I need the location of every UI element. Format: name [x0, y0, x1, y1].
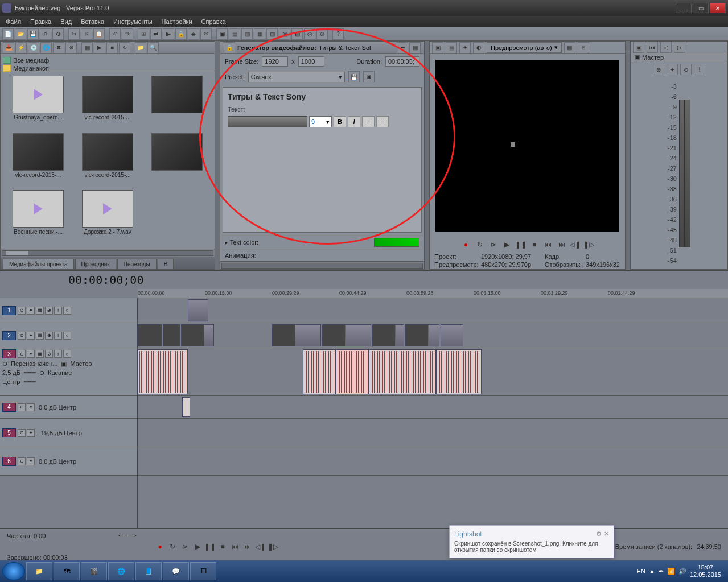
autoedit-icon[interactable]: ▶: [163, 28, 174, 40]
master-mute2-icon[interactable]: !: [694, 64, 705, 75]
track-lane-4[interactable]: [138, 396, 728, 419]
prev-frame-button[interactable]: ◁❚: [255, 542, 265, 552]
lock-icon[interactable]: 🔒: [175, 28, 187, 40]
audio-clip[interactable]: [182, 397, 190, 417]
media-cd-icon[interactable]: 💿: [28, 42, 39, 53]
track-header-3[interactable]: 3 ⊙✦▦⊘!○ ⊕Переназначен...▣Мастер 2,5 дБ━…: [0, 348, 137, 396]
tray-lang[interactable]: EN: [637, 568, 645, 575]
preview-quality-dropdown[interactable]: Предпросмотр (авто)▾: [487, 42, 562, 53]
track-header-2[interactable]: 2 ⊘✦▦⊕!○: [0, 323, 137, 348]
gen-list-icon[interactable]: ☰: [397, 42, 408, 53]
lightshot-close-icon[interactable]: ✕: [604, 530, 609, 540]
pause-button[interactable]: ❚❚: [205, 542, 215, 552]
task-vegas[interactable]: 🎞: [190, 562, 216, 580]
media-capture-icon[interactable]: ⚡: [15, 42, 27, 53]
go-start-button[interactable]: ⏮: [543, 240, 553, 250]
loop-button[interactable]: ↻: [167, 542, 178, 552]
minimize-button[interactable]: _: [676, 3, 692, 13]
redo-icon[interactable]: ↷: [122, 28, 133, 40]
video-clip[interactable]: [272, 324, 321, 346]
next-frame-button[interactable]: ❚▷: [268, 542, 278, 552]
media-props-icon[interactable]: ⚙: [65, 42, 77, 53]
menu-view[interactable]: Вид: [57, 17, 75, 26]
tray-clock[interactable]: 15:07 12.05.2015: [690, 564, 721, 579]
task-chrome[interactable]: 🌐: [108, 562, 134, 580]
tool6-icon[interactable]: ▨: [279, 28, 290, 40]
preview-split-icon[interactable]: ▤: [446, 42, 457, 53]
media-import-icon[interactable]: 📥: [3, 42, 14, 53]
preview-overlay-icon[interactable]: ▦: [564, 42, 575, 53]
cut-icon[interactable]: ✂: [68, 28, 80, 40]
play-button[interactable]: ▶: [192, 542, 203, 552]
track-fx-icon[interactable]: ✦: [27, 350, 35, 358]
tab-more[interactable]: В: [158, 259, 174, 269]
task-explorer[interactable]: 📁: [26, 562, 52, 580]
track-header-6[interactable]: 6 ⊙✦ 0,0 дБ Центр: [0, 447, 137, 476]
tab-explorer[interactable]: Проводник: [75, 259, 116, 269]
media-web-icon[interactable]: 🌐: [40, 42, 52, 53]
record-button[interactable]: ●: [461, 240, 471, 250]
track-rec-icon[interactable]: ⊙: [18, 403, 26, 411]
media-scrollbar[interactable]: [1, 249, 215, 257]
envelope-icon[interactable]: ✉: [200, 28, 212, 40]
play-start-button[interactable]: ⊳: [180, 542, 190, 552]
video-clip[interactable]: [372, 324, 404, 346]
start-button[interactable]: [2, 562, 25, 580]
preset-dropdown[interactable]: Скачок▾: [248, 72, 345, 82]
video-clip[interactable]: [138, 324, 162, 346]
media-thumb[interactable]: Grustnaya_opern...: [5, 76, 71, 130]
gen-scrollbar[interactable]: [220, 261, 424, 269]
track-bypass-icon[interactable]: ⊘: [18, 307, 26, 315]
preset-save-icon[interactable]: 💾: [348, 71, 360, 82]
properties-icon[interactable]: ⚙: [52, 28, 64, 40]
track-lane-2[interactable]: [138, 323, 728, 348]
preview-fx-icon[interactable]: ✦: [459, 42, 471, 53]
close-button[interactable]: ✕: [710, 3, 726, 13]
tool7-icon[interactable]: ▩: [291, 28, 303, 40]
task-2gis[interactable]: 🗺: [54, 562, 80, 580]
video-clip[interactable]: [188, 299, 208, 321]
new-icon[interactable]: 📄: [2, 28, 14, 40]
track-mute-icon[interactable]: !: [54, 307, 62, 315]
preset-delete-icon[interactable]: ✖: [363, 71, 375, 82]
track-header-4[interactable]: 4 ⊙✦ 0,0 дБ Центр: [0, 396, 137, 419]
master-fx2-icon[interactable]: ✦: [667, 64, 678, 75]
menu-insert[interactable]: Вставка: [77, 17, 108, 26]
tool3-icon[interactable]: ▥: [241, 28, 253, 40]
maximize-button[interactable]: ▭: [693, 3, 709, 13]
align-left-icon[interactable]: ≡: [362, 116, 375, 127]
track-solo-icon[interactable]: ○: [63, 332, 71, 340]
help-icon[interactable]: ?: [332, 28, 344, 40]
play-start-button[interactable]: ⊳: [488, 240, 499, 250]
track-lane-1[interactable]: [138, 298, 728, 323]
tab-transitions[interactable]: Переходы: [117, 259, 157, 269]
media-thumb[interactable]: [144, 133, 210, 187]
track-fx-icon[interactable]: ✦: [27, 307, 35, 315]
go-start-button[interactable]: ⏮: [230, 542, 240, 552]
menu-settings[interactable]: Настройки: [158, 17, 196, 26]
go-end-button[interactable]: ⏭: [242, 542, 253, 552]
timeline-ruler[interactable]: 00:00:00:00 00:00:15:00 00:00:29:29 00:0…: [138, 289, 728, 298]
menu-file[interactable]: Файл: [2, 17, 24, 26]
lightshot-settings-icon[interactable]: ⚙: [596, 530, 602, 540]
frame-width-input[interactable]: 1920: [262, 56, 288, 67]
snap-icon[interactable]: ⊞: [138, 28, 149, 40]
track-auto-icon[interactable]: ▦: [36, 307, 44, 315]
track-bypass-icon[interactable]: ⊘: [18, 332, 26, 340]
track-lane-6[interactable]: [138, 447, 728, 476]
marker-icon[interactable]: ◈: [188, 28, 199, 40]
lightshot-popup[interactable]: Lightshot ⚙✕ Скриншот сохранён в Screens…: [449, 525, 614, 558]
tool1-icon[interactable]: ▣: [216, 28, 228, 40]
master-fx-icon[interactable]: ▷: [674, 42, 685, 53]
track-header-5[interactable]: 5 ⊙✦ -19,5 дБ Центр: [0, 419, 137, 447]
record-button[interactable]: ●: [155, 542, 165, 552]
tray-volume-icon[interactable]: 🔊: [678, 568, 686, 575]
italic-button[interactable]: I: [348, 116, 360, 127]
media-thumb[interactable]: Военные песни -...: [5, 190, 71, 244]
preview-mask-icon[interactable]: ◐: [473, 42, 484, 53]
master-ext-icon[interactable]: ▣: [633, 42, 644, 53]
play-button[interactable]: ▶: [502, 240, 512, 250]
media-stop-icon[interactable]: ■: [106, 42, 118, 53]
gen-lock-icon[interactable]: 🔒: [224, 42, 235, 53]
undo-icon[interactable]: ↶: [109, 28, 121, 40]
